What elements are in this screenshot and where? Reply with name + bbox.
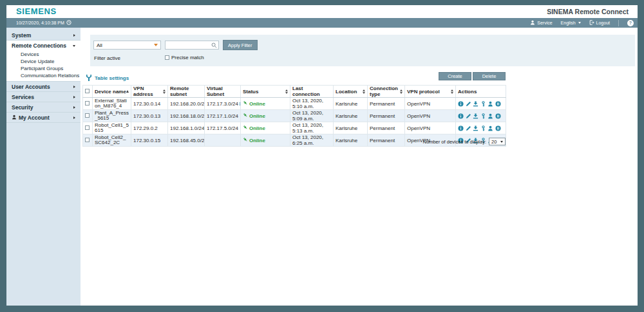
sidebar-item-remote-connections[interactable]: Remote Connections (6, 41, 80, 51)
main-content: All Apply Filter Filter active Precise m… (80, 28, 638, 306)
sidebar-subitem-label: Communication Relations (21, 73, 79, 78)
col-status[interactable]: Status (241, 86, 290, 98)
online-icon (243, 125, 248, 131)
precise-match-checkbox[interactable] (165, 55, 169, 60)
location-cell: Karlsruhe (334, 98, 368, 110)
key-icon[interactable] (480, 113, 486, 119)
col-last-connection: Last connection (290, 86, 334, 98)
fingerprint-icon[interactable] (488, 101, 493, 107)
info-icon[interactable] (458, 125, 464, 131)
status-cell: Online (241, 122, 290, 134)
vpn-protocol-cell: OpenVPN (405, 98, 456, 110)
actions-cell (456, 110, 506, 122)
user-icon (530, 20, 535, 26)
filter-panel: All Apply Filter Filter active Precise m… (90, 35, 635, 66)
sort-ascending-icon (126, 90, 129, 93)
last-connection-cell: Oct 13, 2020, 5:10 a.m. (290, 98, 334, 110)
info-icon[interactable] (458, 113, 464, 119)
col-remote-subnet: Remote subnet (168, 86, 205, 98)
sidebar-item-device-update[interactable]: Device Update (6, 58, 80, 65)
table-toolbar: Table settings Create Delete (82, 72, 506, 81)
chevron-down-icon (73, 45, 75, 47)
select-all-checkbox[interactable] (85, 89, 90, 93)
language-label: English (561, 21, 576, 25)
row-checkbox[interactable] (85, 113, 90, 118)
connection-type-cell: Permanent (368, 122, 405, 134)
remote-subnet-cell: 192.168.18.0/24 (168, 110, 205, 122)
sort-icon (285, 89, 288, 94)
edit-icon[interactable] (466, 101, 471, 107)
pause-icon[interactable] (495, 113, 501, 119)
filter-active-label: Filter active (94, 55, 120, 61)
virtual-subnet-cell: 172.17.1.0/24 (205, 110, 241, 122)
sidebar-item-security[interactable]: Security (6, 102, 80, 113)
col-vpn-protocol[interactable]: VPN protocol (405, 86, 456, 98)
sidebar-item-user-accounts[interactable]: User Accounts (6, 82, 80, 92)
device-name-cell: External_Station_M876_4 (93, 98, 131, 110)
last-connection-cell: Oct 13, 2020, 5:09 a.m. (290, 110, 334, 122)
apply-filter-button[interactable]: Apply Filter (223, 40, 258, 50)
status-cell: Online (241, 98, 290, 110)
filter-category-select[interactable]: All (93, 41, 161, 50)
search-icon (211, 39, 217, 51)
col-connection-type[interactable]: Connection type (368, 86, 405, 98)
device-name-cell: Plant_A_Press_5615 (93, 110, 131, 122)
sidebar-item-my-account[interactable]: My Account (6, 113, 80, 123)
precise-match-group: Precise match (165, 55, 204, 60)
fingerprint-icon[interactable] (488, 125, 493, 131)
row-checkbox[interactable] (85, 101, 90, 106)
edit-icon[interactable] (466, 113, 471, 119)
key-icon[interactable] (480, 101, 486, 107)
sidebar-item-label: System (12, 32, 31, 39)
siemens-logo: SIEMENS (16, 6, 57, 16)
devices-per-page-select[interactable]: 20 (489, 138, 506, 145)
table-settings-link[interactable]: Table settings (86, 72, 129, 84)
fingerprint-icon[interactable] (488, 113, 493, 119)
filter-category-value: All (97, 42, 102, 48)
logout-button[interactable]: Logout (589, 20, 610, 26)
top-bar-actions: Service English Logout ? (530, 18, 634, 28)
sidebar-item-system[interactable]: System (6, 30, 80, 41)
search-input[interactable] (166, 42, 211, 48)
service-button[interactable]: Service (530, 20, 552, 26)
download-icon[interactable] (473, 125, 478, 131)
sidebar-item-devices[interactable]: Devices (6, 51, 80, 58)
wrench-icon (86, 72, 92, 84)
col-location[interactable]: Location (334, 86, 368, 98)
vpn-address-cell: 172.29.0.2 (131, 122, 168, 134)
help-button[interactable]: ? (627, 20, 634, 26)
row-select-cell (83, 110, 93, 122)
pause-icon[interactable] (495, 125, 501, 131)
top-bar: 10/27/2020, 4:10:38 PM Service English L… (6, 18, 638, 28)
sidebar-item-participant-groups[interactable]: Participant Groups (6, 65, 80, 72)
sidebar-item-services[interactable]: Services (6, 92, 80, 102)
edit-icon[interactable] (466, 125, 471, 131)
download-icon[interactable] (473, 113, 478, 119)
user-icon (12, 115, 17, 121)
datetime-group: 10/27/2020, 4:10:38 PM (16, 20, 71, 26)
create-button[interactable]: Create (439, 72, 471, 80)
chevron-down-icon (578, 22, 581, 24)
language-select[interactable]: English (561, 21, 581, 25)
sidebar: System Remote Connections Devices Device… (6, 28, 80, 306)
col-virtual-subnet: Virtual Subnet (205, 86, 241, 98)
download-icon[interactable] (473, 101, 478, 107)
key-icon[interactable] (480, 125, 486, 131)
virtual-subnet-cell: 172.17.3.0/24+ (205, 98, 241, 110)
row-checkbox[interactable] (85, 125, 90, 130)
sidebar-item-label: User Accounts (12, 84, 50, 90)
table-row: Robot_Cell1_5615172.29.0.2192.168.1.0/24… (83, 122, 506, 134)
delete-button[interactable]: Delete (473, 72, 506, 80)
chevron-down-icon (500, 141, 503, 143)
info-icon[interactable] (458, 101, 464, 107)
status-badge: Online (249, 101, 265, 107)
sort-icon (451, 89, 453, 94)
pause-icon[interactable] (495, 101, 501, 107)
remote-subnet-cell: 192.168.20.0/24+ (168, 98, 205, 110)
col-vpn-address[interactable]: VPN address (131, 86, 168, 98)
sidebar-item-label: Services (12, 94, 34, 100)
sidebar-item-communication-relations[interactable]: Communication Relations (6, 72, 80, 79)
col-device-name[interactable]: Device name (93, 86, 131, 98)
last-connection-cell: Oct 13, 2020, 5:13 a.m. (290, 122, 334, 134)
devices-per-page-value: 20 (491, 139, 497, 145)
